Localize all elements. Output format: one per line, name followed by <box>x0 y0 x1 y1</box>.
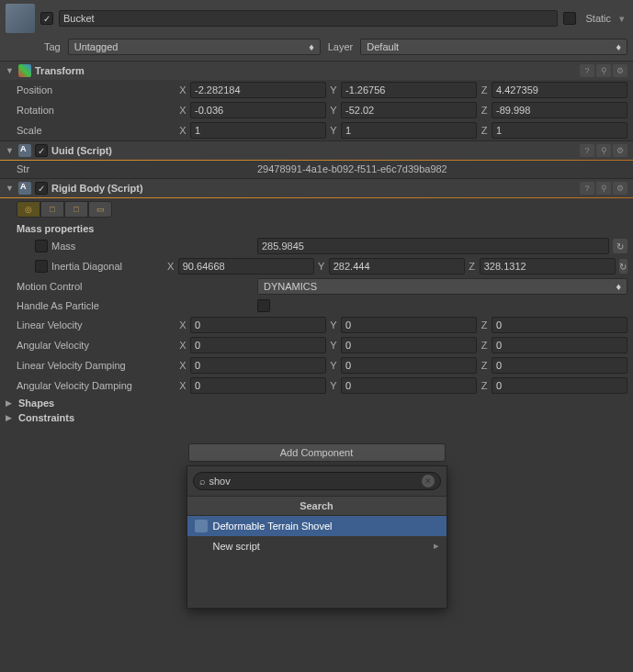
scale-label: Scale <box>17 125 174 136</box>
foldout-icon[interactable]: ▶ <box>6 413 15 422</box>
str-value: 29478991-4a1e-b092-f511-e6c7d39ba982 <box>257 163 447 174</box>
rotation-z-input[interactable] <box>492 102 627 118</box>
inertia-label: Inertia Diagonal <box>51 261 122 272</box>
constraints-label[interactable]: Constraints <box>18 412 627 423</box>
reset-icon[interactable]: ↻ <box>613 239 627 253</box>
clear-search-icon[interactable]: ✕ <box>422 475 435 487</box>
inertia-z-input[interactable] <box>480 258 616 274</box>
inertia-checkbox[interactable] <box>35 260 48 273</box>
help-icon[interactable]: ? <box>580 144 594 157</box>
foldout-icon[interactable]: ▼ <box>6 66 15 75</box>
tag-dropdown[interactable]: Untagged♦ <box>68 39 321 55</box>
position-label: Position <box>17 84 174 95</box>
linear-damping-label: Linear Velocity Damping <box>17 360 174 371</box>
handle-particle-checkbox[interactable] <box>257 299 270 312</box>
static-dropdown-icon[interactable]: ▾ <box>616 13 627 25</box>
help-icon[interactable]: ? <box>580 64 594 77</box>
rigidbody-enable-checkbox[interactable] <box>35 182 48 195</box>
add-component-button[interactable]: Add Component <box>188 443 446 462</box>
position-y-input[interactable] <box>341 82 477 98</box>
angdamp-y-input[interactable] <box>341 377 477 394</box>
lindamp-y-input[interactable] <box>341 357 477 374</box>
uuid-enable-checkbox[interactable] <box>35 144 48 157</box>
gameobject-name-input[interactable] <box>59 10 558 27</box>
gameobject-icon[interactable] <box>6 4 35 33</box>
tool-btn-3[interactable]: □ <box>64 201 88 218</box>
layer-value: Default <box>367 41 399 52</box>
angdamp-x-input[interactable] <box>190 377 326 394</box>
linvel-x-input[interactable] <box>190 317 326 333</box>
search-result-item[interactable]: Deformable Terrain Shovel <box>187 516 446 536</box>
angvel-y-input[interactable] <box>341 337 477 353</box>
transform-icon <box>18 64 31 77</box>
z-label: Z <box>479 84 490 95</box>
tool-btn-1[interactable]: ◎ <box>17 201 40 218</box>
add-component-label: Add Component <box>280 447 354 458</box>
angular-damping-label: Angular Velocity Damping <box>17 380 174 391</box>
mass-checkbox[interactable] <box>35 240 48 252</box>
foldout-icon[interactable]: ▼ <box>6 184 15 193</box>
scale-z-input[interactable] <box>492 122 627 139</box>
search-icon: ⌕ <box>199 476 206 487</box>
uuid-title: Uuid (Script) <box>51 145 576 156</box>
scale-x-input[interactable] <box>190 122 326 139</box>
rotation-x-input[interactable] <box>190 102 326 118</box>
motion-control-dropdown[interactable]: DYNAMICS♦ <box>257 278 627 295</box>
lindamp-x-input[interactable] <box>190 357 326 374</box>
rigidbody-title: Rigid Body (Script) <box>51 183 576 194</box>
motion-control-value: DYNAMICS <box>264 281 317 292</box>
handle-particle-label: Handle As Particle <box>17 300 254 311</box>
x-label: X <box>177 84 188 95</box>
rotation-label: Rotation <box>17 105 174 116</box>
preset-icon[interactable]: ⚲ <box>596 182 611 195</box>
preset-icon[interactable]: ⚲ <box>596 144 611 157</box>
search-result-item[interactable]: New script ▸ <box>187 536 446 555</box>
linvel-y-input[interactable] <box>341 317 477 333</box>
menu-icon[interactable]: ⚙ <box>613 64 627 77</box>
lindamp-z-input[interactable] <box>492 357 627 374</box>
angular-velocity-label: Angular Velocity <box>17 340 174 351</box>
layer-label: Layer <box>328 41 354 52</box>
menu-icon[interactable]: ⚙ <box>613 144 627 157</box>
linvel-z-input[interactable] <box>492 317 627 333</box>
linear-velocity-label: Linear Velocity <box>17 319 174 330</box>
rigidbody-toolbar: ◎ □ □ ▭ <box>0 197 633 221</box>
inertia-y-input[interactable] <box>329 258 465 274</box>
result-label: Deformable Terrain Shovel <box>213 521 333 532</box>
shapes-label[interactable]: Shapes <box>18 398 627 409</box>
help-icon[interactable]: ? <box>580 182 594 195</box>
tag-label: Tag <box>44 41 61 52</box>
menu-icon[interactable]: ⚙ <box>613 182 627 195</box>
str-label: Str <box>17 163 254 174</box>
angvel-z-input[interactable] <box>492 337 627 353</box>
mass-input[interactable] <box>257 238 609 254</box>
tool-btn-2[interactable]: □ <box>40 201 64 218</box>
scale-y-input[interactable] <box>341 122 477 139</box>
reset-icon[interactable]: ↻ <box>619 259 627 274</box>
tag-value: Untagged <box>74 41 119 52</box>
static-checkbox[interactable] <box>563 12 576 25</box>
angvel-x-input[interactable] <box>190 337 326 353</box>
foldout-icon[interactable]: ▶ <box>6 398 15 408</box>
position-z-input[interactable] <box>492 82 627 98</box>
static-label: Static <box>585 13 611 24</box>
component-icon <box>195 520 208 532</box>
mass-label: Mass <box>51 241 75 252</box>
result-label: New script <box>213 541 428 552</box>
active-checkbox[interactable] <box>40 12 53 25</box>
add-component-popup: ⌕ ✕ Search Deformable Terrain Shovel New… <box>187 465 447 609</box>
transform-title: Transform <box>35 65 576 76</box>
component-search-input[interactable] <box>209 476 418 487</box>
tool-btn-4[interactable]: ▭ <box>88 201 112 218</box>
script-icon <box>18 182 31 195</box>
layer-dropdown[interactable]: Default♦ <box>360 39 627 55</box>
motion-control-label: Motion Control <box>17 281 254 292</box>
position-x-input[interactable] <box>190 82 326 98</box>
foldout-icon[interactable]: ▼ <box>6 146 15 155</box>
preset-icon[interactable]: ⚲ <box>596 64 611 77</box>
inertia-x-input[interactable] <box>178 258 314 274</box>
search-header: Search <box>187 496 446 516</box>
angdamp-z-input[interactable] <box>492 377 627 394</box>
rotation-y-input[interactable] <box>341 102 477 118</box>
y-label: Y <box>328 84 339 95</box>
